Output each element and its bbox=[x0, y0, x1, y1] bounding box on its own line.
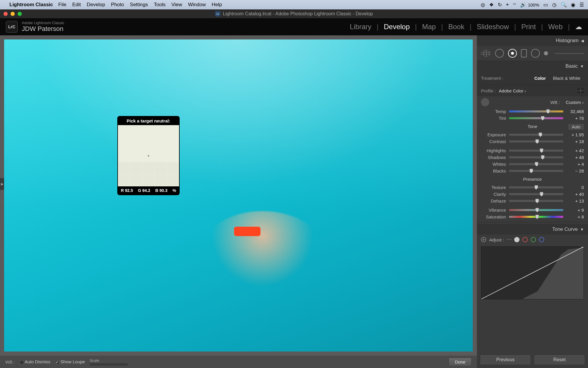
contrast-value[interactable]: + 18 bbox=[566, 139, 584, 144]
identity-plate[interactable]: Adobe Lightroom Classic JDW Paterson bbox=[22, 21, 64, 33]
battery-icon[interactable]: ▭ bbox=[543, 2, 548, 8]
temp-slider[interactable] bbox=[509, 110, 563, 112]
previous-button[interactable]: Previous bbox=[480, 354, 531, 365]
texture-slider[interactable] bbox=[509, 186, 563, 188]
menubar-app-name[interactable]: Lightroom Classic bbox=[9, 2, 53, 8]
vibrance-value[interactable]: + 9 bbox=[566, 208, 584, 213]
vibrance-slider[interactable] bbox=[509, 209, 563, 211]
siri-icon[interactable]: ◉ bbox=[571, 2, 575, 8]
whites-slider[interactable] bbox=[509, 163, 563, 165]
brush-tool-icon[interactable] bbox=[544, 51, 548, 55]
blacks-slider[interactable] bbox=[509, 170, 563, 172]
crop-tool-icon[interactable] bbox=[481, 50, 491, 57]
exposure-value[interactable]: + 1.95 bbox=[566, 132, 584, 137]
spotlight-icon[interactable]: 🔍 bbox=[561, 2, 567, 8]
radial-filter-tool-icon[interactable] bbox=[531, 49, 540, 58]
module-web[interactable]: Web bbox=[543, 23, 568, 31]
window-close-button[interactable] bbox=[4, 12, 8, 16]
curve-channel-rgb[interactable] bbox=[514, 237, 519, 242]
profile-dropdown[interactable]: Adobe Color ▾ bbox=[499, 88, 527, 93]
saturation-slider[interactable] bbox=[509, 216, 563, 218]
redeye-tool-icon[interactable] bbox=[508, 49, 517, 58]
tint-slider-row: Tint + 76 bbox=[477, 115, 588, 122]
tint-value[interactable]: + 76 bbox=[566, 116, 584, 121]
texture-value[interactable]: 0 bbox=[566, 185, 584, 190]
curve-channel-blue[interactable] bbox=[539, 237, 544, 242]
volume-icon[interactable]: 🔊 bbox=[520, 2, 526, 8]
dehaze-slider[interactable] bbox=[509, 200, 563, 202]
lightroom-logo-icon: LrC bbox=[6, 21, 18, 33]
battery-percentage[interactable]: 100% bbox=[528, 2, 539, 7]
basic-header[interactable]: Basic▼ bbox=[477, 61, 588, 72]
treatment-color[interactable]: Color bbox=[531, 74, 549, 82]
blacks-value[interactable]: − 28 bbox=[566, 168, 584, 173]
menu-photo[interactable]: Photo bbox=[111, 2, 124, 8]
auto-dismiss-label[interactable]: Auto Dismiss bbox=[25, 359, 51, 364]
menu-edit[interactable]: Edit bbox=[72, 2, 81, 8]
histogram-header[interactable]: Histogram◀ bbox=[477, 35, 588, 46]
module-slideshow[interactable]: Slideshow bbox=[472, 23, 514, 31]
menu-help[interactable]: Help bbox=[212, 2, 222, 8]
reset-button[interactable]: Reset bbox=[534, 354, 585, 365]
wifi-icon[interactable]: ⌔ bbox=[513, 2, 516, 8]
module-library[interactable]: Library bbox=[345, 23, 377, 31]
photo-canvas[interactable]: Pick a target neutral: R 92.5 G 94.2 B 9… bbox=[4, 39, 473, 352]
bluetooth-icon[interactable]: ⌖ bbox=[506, 2, 509, 8]
curve-channel-red[interactable] bbox=[522, 237, 528, 242]
highlights-value[interactable]: + 42 bbox=[566, 148, 584, 153]
left-panel-expand-tab[interactable]: ▶ bbox=[0, 178, 4, 190]
module-print[interactable]: Print bbox=[516, 23, 541, 31]
graduated-filter-tool-icon[interactable] bbox=[521, 49, 527, 57]
clock-icon[interactable]: ◷ bbox=[552, 2, 557, 8]
shadows-value[interactable]: + 48 bbox=[566, 155, 584, 160]
traffic-lights bbox=[4, 12, 22, 16]
cloud-sync-icon[interactable]: ☁ bbox=[575, 23, 582, 31]
module-book[interactable]: Book bbox=[443, 23, 470, 31]
menu-view[interactable]: View bbox=[171, 2, 182, 8]
wb-dropdown[interactable]: Custom ▾ bbox=[566, 100, 584, 105]
collapse-icon: ◀ bbox=[581, 39, 584, 43]
wb-loupe[interactable]: Pick a target neutral: R 92.5 G 94.2 B 9… bbox=[117, 116, 180, 195]
contrast-slider[interactable] bbox=[509, 140, 563, 142]
shield-icon[interactable]: ◎ bbox=[481, 2, 485, 8]
profile-browser-icon[interactable] bbox=[577, 88, 584, 93]
treatment-bw[interactable]: Black & White bbox=[549, 74, 584, 82]
menu-settings[interactable]: Settings bbox=[130, 2, 148, 8]
dehaze-value[interactable]: + 13 bbox=[566, 198, 584, 203]
spot-removal-tool-icon[interactable] bbox=[495, 49, 504, 58]
app-icon[interactable]: ❖ bbox=[489, 2, 494, 8]
shadows-slider[interactable] bbox=[509, 156, 563, 158]
menu-window[interactable]: Window bbox=[188, 2, 206, 8]
highlights-slider[interactable] bbox=[509, 150, 563, 152]
window-maximize-button[interactable] bbox=[18, 12, 22, 16]
temp-value[interactable]: 32,468 bbox=[566, 109, 584, 114]
menu-develop[interactable]: Develop bbox=[87, 2, 105, 8]
time-machine-icon[interactable]: ↻ bbox=[498, 2, 502, 8]
module-map[interactable]: Map bbox=[417, 23, 441, 31]
module-develop[interactable]: Develop bbox=[378, 23, 415, 31]
control-center-icon[interactable]: ☰ bbox=[579, 2, 584, 8]
scale-slider[interactable] bbox=[90, 363, 128, 366]
wb-picker-icon[interactable] bbox=[481, 98, 489, 106]
tone-curve-header[interactable]: Tone Curve▼ bbox=[477, 224, 588, 235]
menu-tools[interactable]: Tools bbox=[154, 2, 166, 8]
auto-dismiss-checkbox[interactable] bbox=[20, 360, 24, 364]
tint-slider[interactable] bbox=[509, 117, 563, 119]
curve-target-icon[interactable] bbox=[481, 237, 486, 242]
amount-slider[interactable] bbox=[555, 53, 584, 54]
whites-value[interactable]: + 4 bbox=[566, 162, 584, 167]
clarity-slider[interactable] bbox=[509, 193, 563, 195]
menu-file[interactable]: File bbox=[58, 2, 66, 8]
saturation-value[interactable]: + 8 bbox=[566, 214, 584, 219]
done-button[interactable]: Done bbox=[449, 358, 472, 366]
tone-curve-graph[interactable] bbox=[481, 246, 584, 299]
exposure-slider[interactable] bbox=[509, 134, 563, 136]
curve-channel-green[interactable] bbox=[531, 237, 536, 242]
curve-controls: Adjust : 〰 bbox=[477, 235, 588, 245]
auto-tone-button[interactable]: Auto bbox=[568, 124, 584, 130]
show-loupe-label[interactable]: Show Loupe bbox=[61, 359, 85, 364]
window-minimize-button[interactable] bbox=[11, 12, 15, 16]
curve-type-icon[interactable]: 〰 bbox=[507, 237, 511, 242]
show-loupe-checkbox[interactable] bbox=[55, 360, 59, 364]
clarity-value[interactable]: + 40 bbox=[566, 192, 584, 197]
